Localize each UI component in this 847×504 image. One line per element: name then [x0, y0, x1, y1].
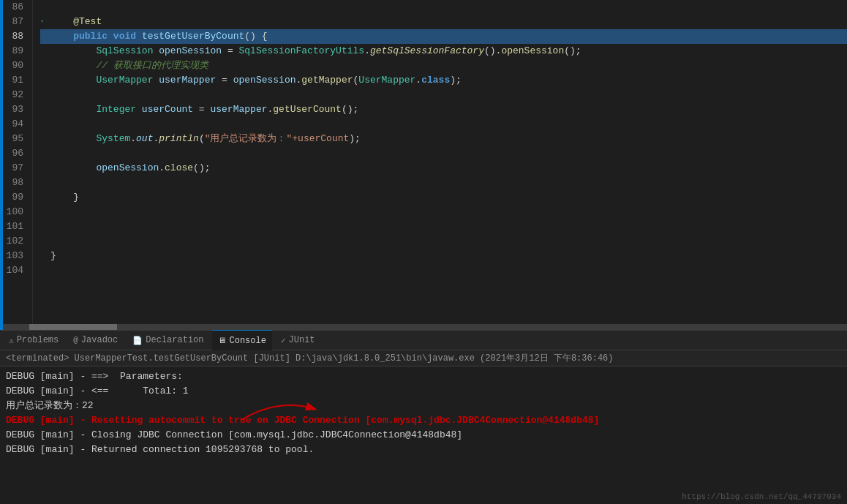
javadoc-tab-label: Javadoc	[81, 335, 118, 345]
code-editor: 8687888990919293949596979899100101102103…	[0, 0, 847, 330]
junit-tab-icon: ✓	[281, 336, 286, 345]
token: void	[113, 29, 136, 44]
line-number-86: 86	[6, 0, 26, 15]
token: openSession	[501, 44, 564, 59]
line-number-87: 87	[6, 15, 26, 29]
tab-console[interactable]: 🖥Console	[212, 330, 271, 350]
token: @Test	[73, 15, 102, 29]
code-line-100	[40, 205, 847, 219]
console-content: DEBUG [main] - ==> Parameters: DEBUG [ma…	[0, 366, 847, 504]
line-number-94: 94	[6, 117, 26, 132]
console-line-0: DEBUG [main] - ==> Parameters:	[6, 369, 841, 384]
line-number-97: 97	[6, 161, 26, 176]
problems-tab-icon: ⚠	[9, 336, 14, 345]
token: (	[199, 132, 205, 146]
tab-junit[interactable]: ✓JUnit	[275, 330, 321, 350]
token: .	[296, 73, 302, 88]
line-number-88: 88	[6, 29, 26, 44]
token: =	[193, 102, 210, 117]
token: SqlSession	[96, 44, 153, 59]
tab-problems[interactable]: ⚠Problems	[3, 330, 64, 350]
token: userMapper	[210, 102, 267, 117]
token	[136, 102, 142, 117]
token: }	[50, 190, 79, 205]
console-line-2: 用户总记录数为：22	[6, 399, 841, 413]
console-line-3: DEBUG [main] - Resetting autocommit to t…	[6, 413, 841, 428]
token: userMapper	[159, 73, 216, 88]
junit-tab-label: JUnit	[289, 335, 315, 345]
token: testGetUserByCount	[142, 29, 244, 44]
token: (	[353, 73, 359, 88]
token: class	[421, 73, 450, 88]
line-number-102: 102	[6, 234, 26, 249]
token	[153, 73, 159, 88]
token: .	[364, 44, 370, 59]
line-number-104: 104	[6, 263, 26, 278]
code-line-102	[40, 234, 847, 249]
token: .	[159, 161, 165, 176]
code-line-92	[40, 88, 847, 102]
scrollbar-thumb[interactable]	[29, 324, 117, 330]
code-line-87: ◦ @Test	[40, 15, 847, 29]
line-numbers: 8687888990919293949596979899100101102103…	[0, 0, 33, 324]
line-number-98: 98	[6, 176, 26, 190]
code-line-101	[40, 219, 847, 234]
left-indicator	[0, 0, 3, 330]
token: public	[73, 29, 108, 44]
watermark: https://blog.csdn.net/qq_44797034	[682, 492, 841, 501]
horizontal-scrollbar[interactable]	[0, 324, 847, 330]
token: close	[165, 161, 193, 176]
line-number-93: 93	[6, 102, 26, 117]
token	[50, 102, 96, 117]
token: );	[349, 132, 361, 146]
code-line-99: }	[40, 190, 847, 205]
token: =	[216, 73, 233, 88]
token	[50, 44, 96, 59]
line-number-90: 90	[6, 59, 26, 73]
token	[108, 29, 113, 44]
token	[153, 44, 159, 59]
token: =	[222, 44, 238, 59]
problems-tab-label: Problems	[17, 335, 59, 345]
code-line-89: SqlSession openSession = SqlSessionFacto…	[40, 44, 847, 59]
declaration-tab-label: Declaration	[146, 335, 203, 345]
token: getMapper	[301, 73, 353, 88]
token: getUserCount	[273, 102, 342, 117]
token: );	[450, 73, 462, 88]
token: .	[415, 73, 421, 88]
token: out	[136, 132, 153, 146]
breakpoint-gutter-87: ◦	[40, 15, 50, 29]
console-panel: <terminated> UserMapperTest.testGetUserB…	[0, 350, 847, 504]
line-number-95: 95	[6, 132, 26, 146]
token: .	[267, 102, 273, 117]
code-line-86	[40, 0, 847, 15]
token: openSession	[159, 44, 222, 59]
token: System	[96, 132, 130, 146]
token: Integer	[96, 102, 136, 117]
tab-declaration[interactable]: 📄Declaration	[127, 330, 209, 350]
token: ();	[193, 161, 210, 176]
token	[50, 161, 96, 176]
javadoc-tab-icon: @	[73, 336, 78, 345]
tab-bar: ⚠Problems@Javadoc📄Declaration🖥Console✓JU…	[0, 330, 847, 350]
token: openSession	[96, 161, 159, 176]
tab-javadoc[interactable]: @Javadoc	[67, 330, 124, 350]
code-line-88: public void testGetUserByCount() {	[40, 29, 847, 44]
token: ();	[342, 102, 358, 117]
token: getSqlSessionFactory	[370, 44, 484, 59]
console-tab-label: Console	[229, 336, 266, 346]
code-line-95: System.out.println("用户总记录数为："+userCount)…	[40, 132, 847, 146]
token	[136, 29, 142, 44]
code-line-90: // 获取接口的代理实现类	[40, 59, 847, 73]
token	[50, 59, 96, 73]
token: .	[130, 132, 136, 146]
code-content[interactable]: ◦ @Test public void testGetUserByCount()…	[33, 0, 847, 324]
code-line-94	[40, 117, 847, 132]
line-number-96: 96	[6, 146, 26, 161]
token: UserMapper	[96, 73, 153, 88]
declaration-tab-icon: 📄	[132, 336, 143, 345]
token: userCount	[142, 102, 193, 117]
line-number-100: 100	[6, 205, 26, 219]
line-number-99: 99	[6, 190, 26, 205]
code-line-97: openSession.close();	[40, 161, 847, 176]
